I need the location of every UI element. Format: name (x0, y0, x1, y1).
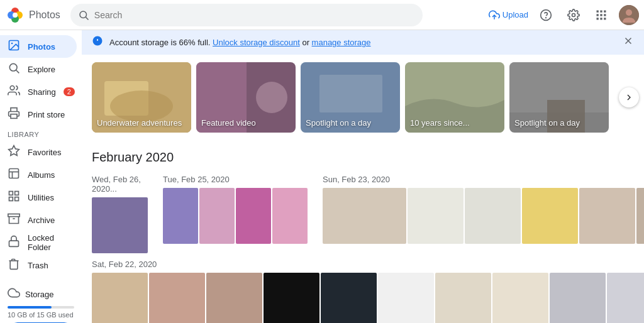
notif-text: Account storage is 66% full. Unlock stor… (109, 38, 616, 47)
sidebar-item-archive[interactable]: Archive (0, 209, 77, 231)
feature-card-featured[interactable]: Featured video (196, 62, 296, 133)
unlock-discount-link[interactable]: Unlock storage discount (213, 38, 300, 47)
app-title: Photos (29, 9, 60, 21)
sidebar-item-locked[interactable]: Locked Folder (0, 231, 77, 254)
svg-rect-31 (15, 191, 19, 195)
svg-rect-55 (547, 100, 585, 133)
chevron-right-icon (624, 92, 634, 102)
date-group-feb26: Wed, Feb 26, 2020... (92, 170, 148, 255)
svg-rect-36 (9, 241, 19, 246)
svg-point-24 (9, 63, 17, 71)
photo-thumb[interactable] (149, 273, 205, 323)
content-area: Account storage is 66% full. Unlock stor… (82, 30, 644, 323)
sidebar-item-trash[interactable]: Trash (0, 254, 77, 276)
apps-grid-icon (595, 9, 608, 21)
top-date-row: Wed, Feb 26, 2020... Tue, Feb 25, 2020 (92, 170, 634, 255)
photo-thumb[interactable] (607, 273, 644, 323)
search-bar[interactable] (70, 4, 423, 26)
photo-thumb[interactable] (92, 273, 148, 323)
explore-icon (8, 62, 20, 77)
photo-thumb[interactable] (206, 273, 262, 323)
photo-thumb[interactable] (323, 188, 406, 244)
sidebar-item-favorites[interactable]: Favorites (0, 141, 77, 163)
favorites-label: Favorites (28, 148, 61, 157)
main-layout: Photos Explore Sharing 2 Print store LIB… (0, 30, 644, 323)
photo-thumb[interactable] (492, 273, 548, 323)
svg-rect-27 (11, 114, 17, 118)
sidebar-item-print[interactable]: Print store (0, 103, 77, 126)
svg-line-25 (16, 70, 19, 73)
sidebar-item-albums[interactable]: Albums (0, 163, 77, 186)
photos-label: Photos (28, 42, 55, 52)
photo-thumb[interactable] (579, 188, 635, 244)
next-button[interactable] (619, 87, 639, 107)
photo-thumb[interactable] (522, 188, 578, 244)
photo-thumb[interactable] (163, 188, 198, 244)
cloud-icon (8, 287, 20, 302)
google-photos-logo (5, 5, 25, 25)
albums-label: Albums (28, 170, 55, 180)
sidebar-item-sharing[interactable]: Sharing 2 (0, 80, 77, 103)
upload-button[interactable]: Upload (489, 9, 528, 21)
photo-thumb[interactable] (408, 188, 464, 244)
photo-thumb[interactable] (264, 273, 319, 323)
svg-point-47 (256, 82, 287, 113)
svg-rect-16 (604, 14, 606, 16)
feature-cards-row: Underwater adventures Featured video (82, 55, 644, 140)
photo-thumb[interactable] (435, 273, 491, 323)
manage-storage-link[interactable]: manage storage (312, 38, 371, 47)
sharing-badge: 2 (64, 87, 75, 96)
svg-rect-50 (319, 75, 382, 112)
svg-rect-11 (597, 10, 599, 12)
feature-card-spotlight2-label: Spotlight on a day (514, 118, 580, 128)
svg-rect-17 (597, 18, 599, 19)
notif-message: Account storage is 66% full. (109, 38, 210, 47)
date-group-feb23: Sun, Feb 23, 2020 (323, 170, 644, 245)
albums-icon (8, 167, 20, 183)
sidebar-item-explore[interactable]: Explore (0, 58, 77, 80)
photo-thumb[interactable] (378, 273, 434, 323)
storage-bar-bg (8, 306, 74, 309)
feature-card-tenyears-label: 10 years since... (410, 118, 470, 128)
avatar[interactable] (619, 5, 639, 25)
date-label-feb22: Sat, Feb 22, 2020 (92, 260, 634, 269)
storage-used-text: 10 GB of 15 GB used (8, 311, 74, 319)
date-group-feb22: Sat, Feb 22, 2020 (92, 260, 634, 323)
feature-card-underwater[interactable]: Underwater adventures (92, 62, 191, 133)
svg-point-23 (11, 42, 13, 44)
sidebar-item-photos[interactable]: Photos (0, 35, 77, 58)
logo: Photos (5, 5, 60, 25)
feature-card-spotlight2[interactable]: Spotlight on a day (509, 62, 609, 133)
photo-thumb[interactable] (272, 188, 308, 244)
avatar-image (619, 5, 639, 25)
svg-rect-14 (597, 14, 599, 16)
photo-thumb[interactable] (550, 273, 606, 323)
svg-line-6 (86, 17, 88, 19)
photo-thumb[interactable] (465, 188, 521, 244)
photos-section: February 2020 Wed, Feb 26, 2020... Tue, … (82, 150, 644, 323)
storage-section: Storage 10 GB of 15 GB used Unlock stora… (0, 282, 82, 323)
trash-icon (8, 258, 20, 273)
sidebar-item-utilities[interactable]: Utilities (0, 186, 77, 209)
photo-thumb[interactable] (236, 188, 271, 244)
photo-thumb[interactable] (321, 273, 377, 323)
settings-button[interactable] (564, 5, 584, 25)
notif-separator: or (302, 38, 311, 47)
topbar-actions: Upload (489, 5, 639, 25)
close-notification-button[interactable] (623, 35, 634, 50)
search-input[interactable] (94, 10, 415, 20)
library-section-label: LIBRARY (0, 126, 82, 141)
feature-card-tenyears[interactable]: 10 years since... (405, 62, 504, 133)
utilities-label: Utilities (28, 193, 54, 202)
info-icon (92, 35, 103, 50)
photo-thumb[interactable] (636, 188, 644, 244)
apps-button[interactable] (591, 5, 611, 25)
help-button[interactable] (536, 5, 556, 25)
feature-card-spotlight1[interactable]: Spotlight on a day (301, 62, 400, 133)
storage-title: Storage (25, 290, 54, 299)
photo-thumb[interactable] (92, 197, 148, 253)
photo-thumb[interactable] (199, 188, 235, 244)
svg-rect-29 (9, 168, 19, 178)
favorites-icon (8, 145, 20, 160)
trash-label: Trash (28, 261, 48, 270)
